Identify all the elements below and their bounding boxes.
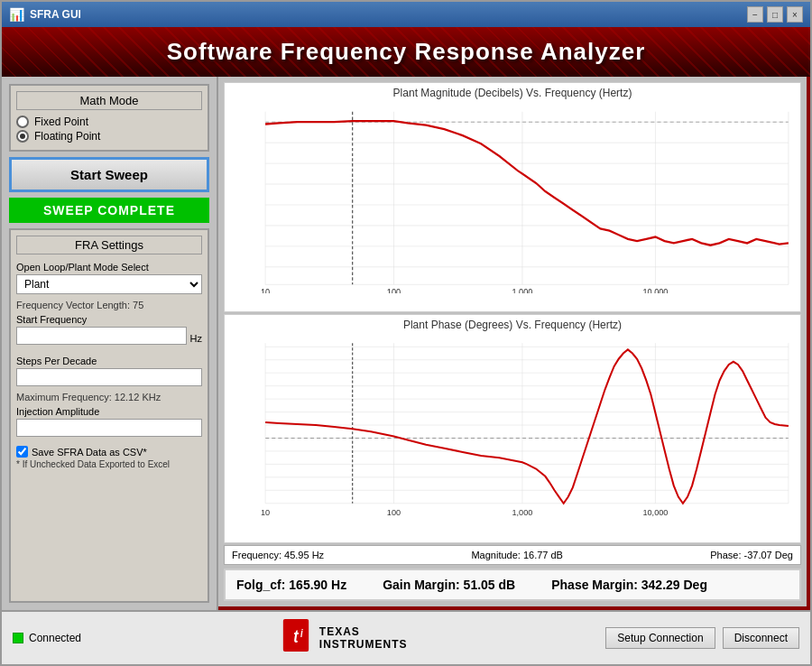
app-title: Software Frequency Response Analyzer [13, 38, 799, 66]
svg-text:10,000: 10,000 [642, 508, 668, 517]
save-csv-checkbox[interactable] [16, 446, 28, 458]
freq-vector-info: Frequency Vector Length: 75 [16, 300, 202, 310]
mode-label: Open Loop/Plant Mode Select [16, 262, 202, 273]
svg-text:-40: -40 [261, 241, 262, 252]
fixed-point-option[interactable]: Fixed Point [16, 116, 202, 128]
charts-wrapper: Plant Magnitude (Decibels) Vs. Frequency… [224, 82, 801, 565]
injection-input[interactable]: .0020 [16, 419, 202, 437]
magnitude-chart-container: 20 10 0 -10 -20 -30 -40 -50 -60 [225, 103, 800, 311]
maximize-button[interactable]: □ [767, 6, 783, 23]
phase-status: Phase: -37.07 Deg [710, 550, 793, 560]
phase-svg: 180 150 120 90 60 30 0 -30 -60 -90 -120 … [261, 338, 793, 525]
svg-text:20: 20 [261, 116, 262, 127]
svg-text:10,000: 10,000 [642, 287, 669, 292]
save-csv-row[interactable]: Save SFRA Data as CSV* [16, 446, 202, 458]
close-button[interactable]: × [787, 6, 803, 23]
svg-text:-10: -10 [261, 179, 262, 190]
start-freq-unit: Hz [190, 333, 202, 344]
ti-logo-symbol: t i [282, 619, 309, 658]
bottom-bar: Connected t i Texas Instruments Setup Co… [2, 610, 810, 664]
start-freq-input[interactable]: 10.0000 [16, 327, 187, 345]
phase-margin-metric: Phase Margin: 342.29 Deg [551, 578, 707, 592]
svg-text:-20: -20 [261, 199, 262, 210]
save-csv-label: Save SFRA Data as CSV* [32, 447, 147, 458]
fixed-point-radio[interactable] [16, 116, 29, 128]
sweep-complete-status: SWEEP COMPLETE [9, 198, 209, 223]
mode-select[interactable]: Plant [16, 274, 202, 294]
bottom-right-controls: Setup Connection Disconnect [605, 627, 799, 649]
svg-text:10: 10 [261, 508, 270, 517]
csv-note: * If Unchecked Data Exported to Excel [16, 459, 202, 469]
left-panel: Math Mode Fixed Point Floating Point Sta… [2, 77, 218, 610]
phase-chart: Plant Phase (Degrees) Vs. Frequency (Her… [224, 314, 801, 544]
magnitude-svg: 20 10 0 -10 -20 -30 -40 -50 -60 [261, 106, 793, 293]
floating-point-label: Floating Point [34, 130, 100, 143]
app-icon: 📊 [9, 7, 24, 22]
magnitude-status: Magnitude: 16.77 dB [471, 550, 563, 560]
svg-text:10: 10 [261, 287, 271, 292]
steps-input[interactable]: 24 [16, 368, 202, 386]
disconnect-button[interactable]: Disconnect [723, 627, 799, 649]
svg-text:10: 10 [261, 137, 262, 148]
svg-text:100: 100 [387, 287, 401, 292]
ti-logo: t i Texas Instruments [280, 619, 408, 658]
header-banner: Software Frequency Response Analyzer [2, 27, 810, 77]
frequency-status: Frequency: 45.95 Hz [232, 550, 324, 560]
max-freq-info: Maximum Frequency: 12.12 KHz [16, 392, 202, 402]
right-panel: Plant Magnitude (Decibels) Vs. Frequency… [218, 77, 810, 610]
title-bar: 📊 SFRA GUI − □ × [2, 2, 810, 27]
svg-text:-30: -30 [261, 220, 262, 231]
floating-point-option[interactable]: Floating Point [16, 130, 202, 143]
connection-indicator [13, 633, 23, 643]
magnitude-chart-title: Plant Magnitude (Decibels) Vs. Frequency… [225, 83, 800, 103]
main-window: 📊 SFRA GUI − □ × Software Frequency Resp… [0, 0, 812, 666]
fra-settings-box: FRA Settings Open Loop/Plant Mode Select… [9, 228, 209, 603]
fra-settings-title: FRA Settings [16, 236, 202, 254]
svg-text:-50: -50 [261, 262, 262, 273]
ti-logo-svg: t i [282, 619, 309, 652]
window-title: SFRA GUI [30, 8, 81, 21]
start-freq-row: 10.0000 Hz [16, 327, 202, 350]
chart-status-bar: Frequency: 45.95 Hz Magnitude: 16.77 dB … [224, 545, 801, 565]
injection-label: Injection Amplitude [16, 406, 202, 417]
svg-text:100: 100 [387, 508, 401, 517]
start-freq-label: Start Frequency [16, 314, 202, 325]
steps-label: Steps Per Decade [16, 356, 202, 366]
ti-name: Texas Instruments [319, 625, 408, 652]
magnitude-chart: Plant Magnitude (Decibels) Vs. Frequency… [224, 82, 801, 312]
floating-point-radio[interactable] [16, 130, 29, 143]
connected-label: Connected [29, 632, 81, 644]
svg-text:t: t [293, 626, 299, 646]
math-mode-box: Math Mode Fixed Point Floating Point [9, 84, 209, 152]
math-mode-title: Math Mode [16, 91, 202, 110]
phase-chart-container: 180 150 120 90 60 30 0 -30 -60 -90 -120 … [225, 335, 800, 543]
main-content: Math Mode Fixed Point Floating Point Sta… [2, 77, 810, 610]
svg-text:1,000: 1,000 [512, 287, 532, 292]
gain-margin-metric: Gain Margin: 51.05 dB [383, 578, 515, 592]
folg-cf-metric: Folg_cf: 165.90 Hz [236, 578, 346, 592]
metrics-bar: Folg_cf: 165.90 Hz Gain Margin: 51.05 dB… [224, 569, 801, 601]
setup-connection-button[interactable]: Setup Connection [605, 627, 715, 649]
svg-text:0: 0 [261, 158, 262, 169]
window-controls[interactable]: − □ × [747, 6, 803, 23]
fixed-point-label: Fixed Point [34, 116, 88, 128]
minimize-button[interactable]: − [747, 6, 763, 23]
phase-chart-title: Plant Phase (Degrees) Vs. Frequency (Her… [225, 315, 800, 335]
svg-text:1,000: 1,000 [512, 508, 532, 517]
start-sweep-button[interactable]: Start Sweep [9, 157, 209, 192]
connected-status: Connected [13, 632, 81, 644]
